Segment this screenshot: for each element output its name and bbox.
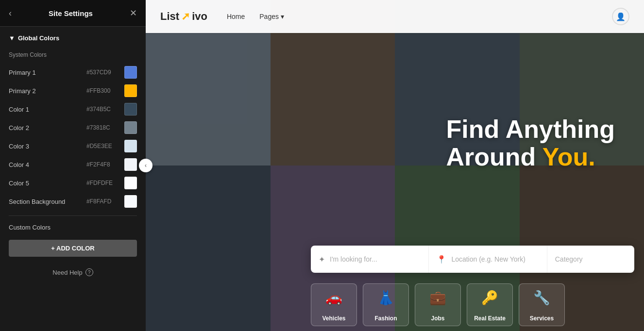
hero-title: Find Anything Around You.	[446, 116, 615, 171]
global-colors-label: Global Colors	[18, 34, 59, 42]
back-button[interactable]: ‹	[9, 8, 12, 18]
color-row-color4: Color 4 #F2F4F8	[0, 155, 146, 174]
category-field[interactable]: Category	[547, 246, 634, 273]
color-row-primary2: Primary 2 #FFB300	[0, 82, 146, 100]
color-hex-primary2: #FFB300	[86, 87, 120, 94]
color-hex-color3: #D5E3EE	[86, 143, 120, 149]
color-row-color3: Color 3 #D5E3EE	[0, 137, 146, 155]
color-hex-primary1: #537CD9	[86, 69, 120, 76]
add-color-label: + ADD COLOR	[51, 245, 94, 252]
category-real-estate[interactable]: 🔑 Real Estate	[467, 283, 513, 326]
collapse-arrow-icon: ▼	[9, 34, 15, 42]
help-icon: ?	[85, 268, 93, 276]
category-services[interactable]: 🔧 Services	[519, 283, 565, 326]
sidebar-title: Site Settings	[49, 9, 93, 17]
color-row-color1: Color 1 #374B5C	[0, 100, 146, 118]
color-swatch-primary2[interactable]	[124, 84, 137, 97]
search-placeholder-text: I'm looking for...	[330, 255, 377, 263]
hero-line1: Find Anything	[446, 116, 615, 143]
collapse-sidebar-button[interactable]: ‹	[139, 159, 153, 172]
color-hex-color2: #73818C	[86, 124, 120, 131]
color-hex-color1: #374B5C	[86, 106, 120, 113]
color-row-color2: Color 2 #73818C	[0, 118, 146, 137]
color-hex-color4: #F2F4F8	[86, 161, 120, 168]
vehicles-icon: 🚗	[325, 290, 342, 306]
need-help-label: Need Help	[52, 269, 82, 276]
color-swatch-color5[interactable]	[124, 177, 137, 189]
global-colors-section: ▼ Global Colors	[0, 34, 146, 51]
color-hex-section-bg: #F8FAFD	[86, 198, 120, 205]
color-hex-color5: #FDFDFE	[86, 180, 120, 186]
category-jobs[interactable]: 💼 Jobs	[415, 283, 461, 326]
categories-bar: 🚗 Vehicles 👗 Fashion 💼 Jobs 🔑 Real Estat…	[296, 283, 644, 326]
hero-line2-normal: Around	[446, 143, 542, 171]
color-swatch-primary1[interactable]	[124, 66, 137, 79]
color-name-color1: Color 1	[9, 106, 83, 113]
need-help-section[interactable]: Need Help ?	[0, 261, 146, 284]
color-swatch-color3[interactable]	[124, 140, 137, 152]
sidebar: ‹ Site Settings ✕ ▼ Global Colors System…	[0, 0, 146, 331]
category-fashion[interactable]: 👗 Fashion	[363, 283, 409, 326]
hero-line2: Around You.	[446, 143, 615, 171]
search-field[interactable]: ✦ I'm looking for...	[311, 246, 429, 273]
color-row-section-bg: Section Background #F8FAFD	[0, 192, 146, 211]
custom-colors-label: Custom Colors	[0, 221, 146, 236]
color-name-color4: Color 4	[9, 161, 83, 168]
search-icon: ✦	[319, 255, 325, 264]
category-vehicles[interactable]: 🚗 Vehicles	[311, 283, 357, 326]
jobs-icon: 💼	[429, 290, 446, 306]
real-estate-label: Real Estate	[474, 315, 506, 322]
color-name-primary2: Primary 2	[9, 87, 83, 95]
fashion-label: Fashion	[374, 315, 397, 322]
category-placeholder-text: Category	[555, 255, 583, 263]
add-color-button[interactable]: + ADD COLOR	[9, 240, 137, 257]
sidebar-header: ‹ Site Settings ✕	[0, 0, 146, 27]
search-overlay: ✦ I'm looking for... 📍 Location (e.g. Ne…	[301, 246, 644, 273]
color-row-primary1: Primary 1 #537CD9	[0, 63, 146, 82]
search-bar: ✦ I'm looking for... 📍 Location (e.g. Ne…	[311, 246, 634, 273]
color-name-color2: Color 2	[9, 124, 83, 132]
color-row-color5: Color 5 #FDFDFE	[0, 174, 146, 192]
location-placeholder-text: Location (e.g. New York)	[451, 255, 525, 263]
color-name-section-bg: Section Background	[9, 198, 83, 205]
color-swatch-color2[interactable]	[124, 121, 137, 134]
global-colors-toggle[interactable]: ▼ Global Colors	[9, 34, 137, 42]
color-swatch-color1[interactable]	[124, 103, 137, 116]
collapse-sidebar-icon: ‹	[145, 162, 147, 169]
color-name-color3: Color 3	[9, 143, 83, 150]
hero-text-block: Find Anything Around You.	[446, 116, 615, 171]
divider	[9, 215, 137, 216]
color-swatch-section-bg[interactable]	[124, 195, 137, 208]
location-field[interactable]: 📍 Location (e.g. New York)	[429, 246, 547, 273]
hero-overlay: Find Anything Around You.	[146, 0, 644, 331]
real-estate-icon: 🔑	[481, 290, 498, 306]
color-swatch-color4[interactable]	[124, 158, 137, 171]
vehicles-label: Vehicles	[322, 315, 345, 322]
fashion-icon: 👗	[377, 290, 394, 306]
hero-line2-accent: You.	[542, 143, 595, 171]
jobs-label: Jobs	[431, 315, 444, 322]
color-name-primary1: Primary 1	[9, 69, 83, 76]
location-icon: 📍	[437, 255, 446, 264]
services-icon: 🔧	[533, 290, 550, 306]
sidebar-content: ▼ Global Colors System Colors Primary 1 …	[0, 27, 146, 331]
close-button[interactable]: ✕	[130, 8, 137, 18]
website-preview: List➚ivo Home Pages ▾ 👤 Find Anything Ar…	[146, 0, 644, 331]
color-name-color5: Color 5	[9, 180, 83, 187]
preview-area: List➚ivo Home Pages ▾ 👤 Find Anything Ar…	[146, 0, 644, 331]
system-colors-label: System Colors	[0, 51, 146, 58]
services-label: Services	[530, 315, 554, 322]
